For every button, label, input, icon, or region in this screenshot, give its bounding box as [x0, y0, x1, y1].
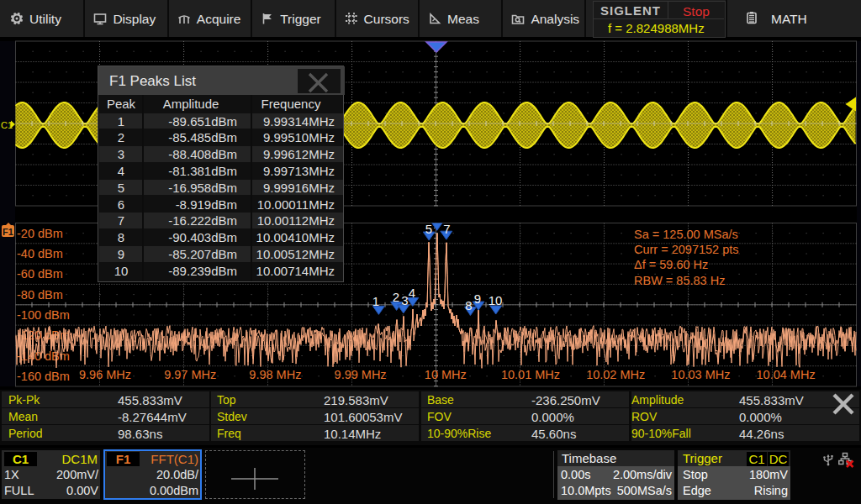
svg-text:3: 3 [401, 293, 408, 307]
svg-text:10.03 MHz: 10.03 MHz [671, 368, 730, 381]
svg-text:9.98 MHz: 9.98 MHz [249, 368, 301, 381]
svg-text:4: 4 [409, 286, 415, 300]
svg-text:Curr = 2097152 pts: Curr = 2097152 pts [634, 243, 739, 256]
svg-text:RBW = 85.83 Hz: RBW = 85.83 Hz [634, 274, 725, 287]
svg-text:F1: F1 [3, 227, 13, 237]
svg-text:2: 2 [393, 290, 399, 304]
svg-text:9: 9 [474, 291, 481, 306]
svg-text:7: 7 [443, 222, 450, 236]
svg-text:C1: C1 [1, 120, 13, 130]
svg-text:10 MHz: 10 MHz [425, 368, 467, 381]
svg-text:-40 dBm: -40 dBm [17, 247, 63, 260]
svg-text:10.04 MHz: 10.04 MHz [757, 368, 816, 381]
svg-text:-100 dBm: -100 dBm [17, 308, 70, 322]
svg-text:Sa = 125.00 MSa/s: Sa = 125.00 MSa/s [634, 228, 738, 241]
svg-text:9.99 MHz: 9.99 MHz [335, 368, 387, 381]
svg-text:10: 10 [489, 293, 503, 307]
svg-text:10.02 MHz: 10.02 MHz [586, 368, 645, 381]
svg-text:-160 dBm: -160 dBm [17, 370, 70, 383]
svg-text:1: 1 [372, 294, 379, 308]
svg-text:9.96 MHz: 9.96 MHz [79, 368, 131, 381]
svg-text:10.01 MHz: 10.01 MHz [501, 368, 560, 381]
svg-text:9.97 MHz: 9.97 MHz [164, 368, 216, 381]
svg-text:-60 dBm: -60 dBm [17, 267, 63, 281]
svg-text:-80 dBm: -80 dBm [17, 288, 63, 302]
svg-text:-20 dBm: -20 dBm [17, 227, 63, 240]
svg-text:Δf = 59.60 Hz: Δf = 59.60 Hz [634, 258, 708, 271]
svg-text:8: 8 [465, 298, 472, 312]
svg-text:5: 5 [425, 222, 432, 236]
